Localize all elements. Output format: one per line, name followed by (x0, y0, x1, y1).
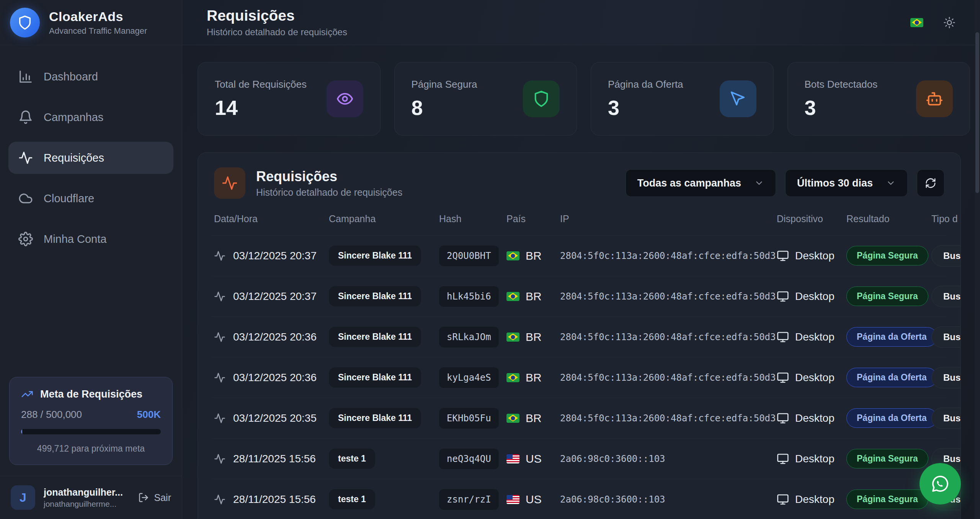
row-ip: 2a06:98c0:3600::103 (560, 494, 777, 505)
country-flag-icon (506, 495, 519, 504)
stat-label: Página da Oferta (608, 79, 683, 90)
row-datetime: 03/12/2025 20:37 (233, 250, 317, 262)
vertical-scrollbar[interactable] (975, 0, 980, 519)
shield-logo-icon (10, 8, 40, 38)
chevron-down-icon (886, 178, 896, 188)
stat-value: 3 (608, 96, 683, 120)
sidebar-item-dashboard[interactable]: Dashboard (8, 61, 173, 93)
column-header: IP (560, 213, 777, 224)
result-badge: Página da Oferta (846, 408, 937, 428)
scrollbar-thumb[interactable] (975, 32, 979, 193)
requests-goal-card: Meta de Requisições 288 / 500,000 500K 4… (9, 377, 173, 465)
stat-card: Página da Oferta 3 (591, 62, 774, 136)
table-row[interactable]: 28/11/2025 15:56 teste 1 zsnr/rzI US 2a0… (212, 479, 947, 519)
user-footer: J jonathanguilher... jonathanguilherme..… (0, 476, 182, 519)
activity-icon (214, 494, 225, 505)
table-row[interactable]: 03/12/2025 20:37 Sincere Blake 111 2Q0U0… (212, 236, 947, 276)
activity-icon (214, 250, 225, 262)
result-badge: Página Segura (846, 490, 928, 509)
sidebar: CloakerAds Advanced Traffic Manager Dash… (0, 0, 182, 519)
country-code: US (526, 452, 542, 465)
table-row[interactable]: 03/12/2025 20:35 Sincere Blake 111 EKHb0… (212, 398, 947, 439)
sidebar-item-requisições[interactable]: Requisições (8, 142, 173, 174)
result-badge: Página da Oferta (846, 327, 937, 347)
logout-button[interactable]: Sair (138, 492, 171, 503)
user-email: jonathanguilherme... (44, 499, 123, 509)
goal-title: Meta de Requisições (40, 388, 142, 400)
user-name: jonathanguilher... (44, 487, 123, 498)
device-label: Desktop (795, 493, 835, 506)
hash-badge: kyLga4eS (439, 367, 499, 388)
sidebar-item-campanhas[interactable]: Campanhas (8, 101, 173, 133)
monitor-icon (777, 412, 789, 424)
campaign-badge: Sincere Blake 111 (329, 246, 421, 266)
country-code: BR (526, 290, 542, 303)
campaign-badge: Sincere Blake 111 (329, 367, 421, 388)
refresh-button[interactable] (917, 169, 944, 197)
stat-value: 3 (805, 96, 878, 120)
device-label: Desktop (795, 372, 835, 384)
bell-icon (18, 110, 33, 124)
hash-badge: hLk45bi6 (439, 286, 499, 307)
bot-icon (916, 80, 953, 117)
stat-card: Bots Detectados 3 (787, 62, 970, 136)
whatsapp-button[interactable] (920, 463, 961, 504)
sidebar-spacer (0, 255, 182, 377)
result-badge: Página Segura (846, 449, 928, 468)
table-row[interactable]: 28/11/2025 15:56 teste 1 neQ3q4QU US 2a0… (212, 439, 947, 479)
column-header: Campanha (329, 213, 439, 224)
row-datetime: 03/12/2025 20:36 (233, 372, 317, 384)
campaign-filter-select[interactable]: Todas as campanhas (626, 169, 776, 197)
avatar: J (11, 485, 35, 510)
country-flag-icon (506, 454, 519, 463)
country-code: US (526, 493, 542, 506)
sidebar-item-label: Requisições (44, 152, 104, 164)
column-header: Dispositivo (777, 213, 846, 224)
row-ip: 2804:5f0c:113a:2600:48af:cfce:edfa:50d3 (560, 291, 777, 302)
table-row[interactable]: 03/12/2025 20:36 Sincere Blake 111 kyLga… (212, 357, 947, 398)
refresh-icon (925, 177, 936, 189)
row-datetime: 28/11/2025 15:56 (233, 493, 316, 506)
whatsapp-icon (930, 474, 950, 494)
device-label: Desktop (795, 412, 835, 424)
activity-icon (214, 413, 225, 424)
row-ip: 2804:5f0c:113a:2600:48af:cfce:edfa:50d3 (560, 332, 777, 342)
country-code: BR (526, 371, 542, 384)
sun-icon[interactable] (943, 16, 956, 29)
goal-caption: 499,712 para próxima meta (21, 444, 161, 454)
country-code: BR (526, 331, 542, 344)
column-header: País (506, 213, 560, 224)
table-row[interactable]: 03/12/2025 20:36 Sincere Blake 111 sRLka… (212, 317, 947, 357)
period-filter-select[interactable]: Últimos 30 dias (785, 169, 908, 197)
sidebar-item-cloudflare[interactable]: Cloudflare (8, 182, 173, 214)
stat-card: Página Segura 8 (394, 62, 577, 136)
type-badge: Business (931, 286, 961, 307)
sidebar-item-minha-conta[interactable]: Minha Conta (8, 223, 173, 255)
cloud-icon (18, 191, 33, 206)
requests-table-card: Requisições Histórico detalhado de requi… (198, 152, 961, 519)
table-row[interactable]: 03/12/2025 20:37 Sincere Blake 111 hLk45… (212, 276, 947, 317)
brand-tagline: Advanced Traffic Manager (49, 26, 147, 36)
stat-label: Página Segura (412, 79, 477, 90)
hash-badge: EKHb05Fu (439, 408, 499, 429)
type-badge: Business (931, 408, 961, 429)
row-datetime: 03/12/2025 20:35 (233, 412, 317, 424)
trending-up-icon (21, 388, 33, 400)
device-label: Desktop (795, 290, 835, 303)
activity-icon (214, 331, 225, 343)
topbar: Requisições Histórico detalhado de requi… (182, 0, 980, 45)
row-datetime: 03/12/2025 20:37 (233, 290, 317, 303)
monitor-icon (777, 290, 789, 303)
campaign-badge: Sincere Blake 111 (329, 327, 421, 347)
campaign-filter-value: Todas as campanhas (637, 177, 741, 189)
country-flag-icon (506, 373, 519, 382)
country-flag-icon (506, 292, 519, 301)
stats-row: Total de Requisições 14 Página Segura 8 … (198, 62, 970, 136)
country-flag-icon (506, 251, 519, 260)
column-header: Resultado (846, 213, 931, 224)
main-area: Requisições Histórico detalhado de requi… (182, 0, 980, 519)
hash-badge: neQ3q4QU (439, 449, 499, 469)
activity-icon (214, 291, 225, 302)
result-badge: Página da Oferta (846, 368, 937, 387)
brazil-flag-icon[interactable] (910, 18, 923, 27)
